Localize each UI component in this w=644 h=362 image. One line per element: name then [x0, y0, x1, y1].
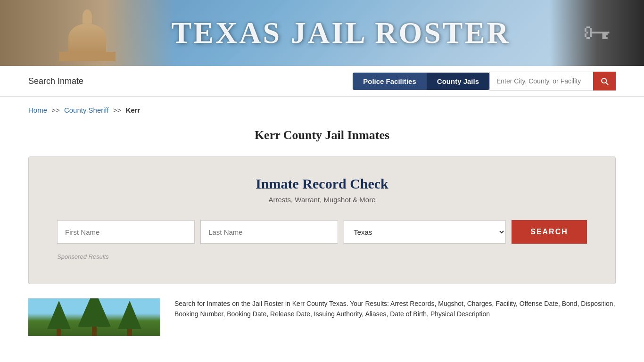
inmate-search-subtitle: Arrests, Warrant, Mugshot & More [57, 196, 587, 204]
last-name-input[interactable] [200, 220, 338, 244]
breadcrumb-sep-2: >> [113, 106, 122, 114]
breadcrumb: Home >> County Sheriff >> Kerr [0, 97, 644, 119]
breadcrumb-home-link[interactable]: Home [28, 106, 47, 114]
breadcrumb-sep-1: >> [51, 106, 60, 114]
county-image [28, 298, 160, 336]
bottom-description: Search for Inmates on the Jail Roster in… [174, 298, 616, 336]
header-banner: Texas Jail Roster 🗝 [0, 0, 644, 66]
first-name-input[interactable] [57, 220, 195, 244]
breadcrumb-current: Kerr [126, 106, 140, 114]
inmate-search-box: Inmate Record Check Arrests, Warrant, Mu… [28, 156, 616, 284]
tree-2 [78, 298, 111, 336]
county-jails-button[interactable]: County Jails [427, 73, 489, 90]
bottom-section: Search for Inmates on the Jail Roster in… [28, 298, 616, 350]
state-select[interactable]: AlabamaAlaskaArizonaArkansasCaliforniaCo… [344, 220, 506, 244]
facility-search-button[interactable] [593, 72, 616, 90]
site-title: Texas Jail Roster [172, 16, 511, 50]
tree-1 [47, 301, 71, 336]
nav-right-section: Police Facilities County Jails [353, 72, 616, 90]
keys-icon: 🗝 [583, 16, 611, 49]
main-content: Inmate Record Check Arrests, Warrant, Mu… [0, 156, 644, 350]
capitol-dome-graphic [45, 9, 130, 66]
tree-top-2 [78, 298, 111, 327]
tree-top-1 [47, 301, 71, 329]
tree-top-3 [118, 301, 141, 329]
nav-bar: Search Inmate Police Facilities County J… [0, 66, 644, 97]
police-facilities-button[interactable]: Police Facilities [353, 73, 427, 90]
search-form-row: AlabamaAlaskaArizonaArkansasCaliforniaCo… [57, 220, 587, 244]
tree-3 [118, 301, 141, 336]
search-inmate-label: Search Inmate [28, 76, 83, 86]
jail-keys-image: 🗝 [550, 0, 644, 66]
inmate-search-title: Inmate Record Check [57, 176, 587, 192]
tree-trunk-2 [92, 327, 97, 336]
capitol-image [0, 0, 174, 66]
tree-graphic [28, 313, 160, 336]
page-title: Kerr County Jail Inmates [0, 119, 644, 156]
breadcrumb-county-sheriff-link[interactable]: County Sheriff [64, 106, 109, 114]
tree-trunk-3 [127, 329, 132, 336]
inmate-search-button[interactable]: SEARCH [512, 220, 587, 244]
facility-search-input[interactable] [489, 72, 593, 90]
dome-top [83, 9, 92, 24]
dome-body [68, 24, 106, 52]
sponsored-label: Sponsored Results [57, 253, 587, 260]
search-icon [600, 76, 609, 86]
tree-trunk-1 [57, 329, 61, 336]
dome-base [59, 52, 116, 61]
